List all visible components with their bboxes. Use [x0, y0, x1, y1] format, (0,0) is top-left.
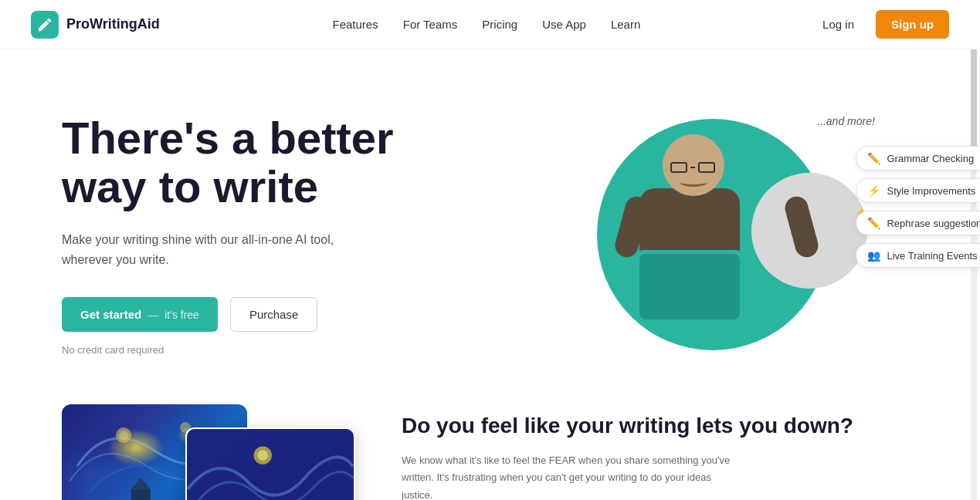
hero-title: There's a better way to write — [62, 113, 463, 212]
pen-icon — [36, 16, 53, 33]
hero-visual: ...and more! ✦ ✏️ Grammar Checking ⚡ Sty… — [507, 96, 918, 373]
nav-links: Features For Teams Pricing Use App Learn — [333, 18, 641, 32]
nav-link-teams[interactable]: For Teams — [403, 18, 458, 31]
chip-training-label: Live Training Events — [887, 250, 977, 262]
hero-subtitle: Make your writing shine with our all-in-… — [62, 230, 355, 269]
hero-section: There's a better way to write Make your … — [0, 49, 980, 404]
painting-card-2 — [185, 427, 355, 500]
training-icon: 👥 — [867, 249, 880, 262]
nav-link-features[interactable]: Features — [333, 18, 378, 31]
svg-rect-4 — [188, 429, 354, 500]
painting2-svg — [187, 429, 354, 500]
cta-separator: — — [148, 309, 158, 321]
laptop — [636, 250, 744, 323]
purchase-button[interactable]: Purchase — [230, 297, 317, 332]
section-title: Do you feel like your writing lets you d… — [402, 412, 918, 440]
hero-buttons: Get started — it's free Purchase — [62, 297, 463, 332]
svg-point-1 — [119, 431, 128, 440]
nav-link-pricing[interactable]: Pricing — [482, 18, 517, 31]
chip-training: 👥 Live Training Events — [856, 243, 980, 268]
hero-title-line1: There's a better — [62, 113, 394, 163]
get-started-button[interactable]: Get started — it's free — [62, 297, 218, 332]
get-started-label: Get started — [80, 308, 141, 321]
grammar-icon: ✏️ — [867, 152, 880, 164]
feature-chips: ✏️ Grammar Checking ⚡ Style Improvements… — [856, 146, 980, 268]
svg-point-6 — [257, 450, 268, 461]
style-icon: ⚡ — [867, 184, 880, 197]
nav-item-teams[interactable]: For Teams — [403, 18, 458, 32]
section-body: We know what it's like to feel the FEAR … — [402, 452, 741, 500]
chip-grammar: ✏️ Grammar Checking — [856, 146, 980, 171]
chip-style-label: Style Improvements — [887, 185, 975, 197]
brand-name: ProWritingAid — [66, 16, 160, 32]
login-button[interactable]: Log in — [813, 12, 863, 37]
nav-item-learn[interactable]: Learn — [611, 18, 640, 32]
no-credit-card-text: No credit card required — [62, 344, 463, 356]
second-section: My idea in my head Do you feel like your… — [0, 404, 980, 500]
cta-free-text: it's free — [164, 309, 199, 321]
nav-link-learn[interactable]: Learn — [611, 18, 640, 31]
chip-style: ⚡ Style Improvements — [856, 178, 980, 203]
section-text: Do you feel like your writing lets you d… — [402, 404, 918, 500]
rephrase-icon: ✏️ — [867, 217, 880, 229]
and-more-text: ...and more! — [817, 115, 875, 127]
chip-rephrase: ✏️ Rephrase suggestions — [856, 211, 980, 235]
section-image: My idea in my head — [62, 404, 340, 500]
hero-title-line2: way to write — [62, 161, 318, 211]
nav-link-use-app[interactable]: Use App — [542, 18, 586, 31]
svg-rect-3 — [131, 489, 151, 500]
chip-rephrase-label: Rephrase suggestions — [887, 218, 980, 229]
navbar: ProWritingAid Features For Teams Pricing… — [0, 0, 980, 49]
person-head — [663, 134, 724, 196]
nav-item-use-app[interactable]: Use App — [542, 18, 586, 32]
signup-button[interactable]: Sign up — [876, 10, 949, 39]
nav-item-pricing[interactable]: Pricing — [482, 18, 517, 32]
navbar-actions: Log in Sign up — [813, 10, 949, 39]
hero-content: There's a better way to write Make your … — [62, 113, 463, 356]
nav-item-features[interactable]: Features — [333, 18, 378, 32]
glasses — [670, 161, 717, 173]
brand-logo-icon — [31, 11, 59, 39]
brand[interactable]: ProWritingAid — [31, 11, 160, 39]
chip-grammar-label: Grammar Checking — [887, 153, 974, 164]
